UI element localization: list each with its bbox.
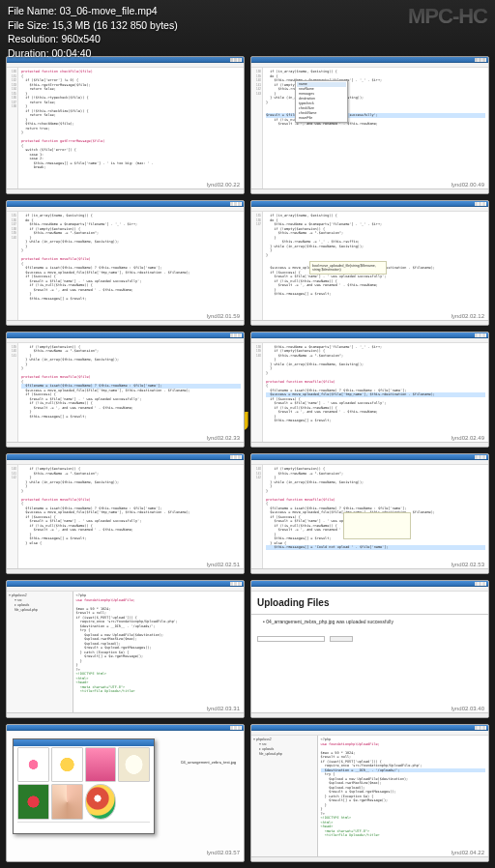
frame-6[interactable]: 138 139 140 $this->newName = $nameparts[… bbox=[250, 332, 489, 448]
provider-watermark: lynd02.03.31 bbox=[206, 706, 241, 711]
window-titlebar bbox=[251, 201, 488, 207]
status-bar bbox=[7, 568, 244, 573]
frame-2[interactable]: 138 139 140 141 142 143 if (in_array($na… bbox=[250, 56, 489, 194]
provider-watermark: lynd02.03.40 bbox=[451, 706, 485, 711]
line-gutter: 130 131 132 133 134 135 136 137 138 bbox=[7, 68, 18, 188]
status-bar bbox=[7, 320, 244, 325]
success-message: 04_arrangement_zebra_php.jpg was uploade… bbox=[251, 615, 488, 626]
window-titlebar bbox=[7, 454, 244, 460]
hint-tooltip bbox=[343, 512, 411, 539]
code-area[interactable]: protected function checkFile($file) { if… bbox=[18, 68, 244, 188]
dialog-titlebar bbox=[14, 739, 154, 746]
image-thumb[interactable] bbox=[17, 784, 49, 819]
status-bar bbox=[7, 442, 244, 447]
file-name-value: 03_06-move_file.mp4 bbox=[60, 5, 158, 16]
provider-watermark: lynd02.01.59 bbox=[206, 313, 241, 319]
status-bar bbox=[251, 442, 488, 447]
tree-file: file_upload.php bbox=[9, 608, 71, 613]
image-thumb[interactable] bbox=[17, 747, 49, 782]
provider-watermark: lynd02.02.33 bbox=[206, 435, 241, 441]
video-info-overlay: File Name: 03_06-move_file.mp4 File Size… bbox=[0, 0, 495, 65]
line-gutter: 139 140 141 bbox=[7, 343, 18, 443]
window-titlebar bbox=[7, 725, 244, 731]
upload-button[interactable] bbox=[330, 636, 353, 642]
dialog-footer bbox=[17, 822, 150, 831]
provider-watermark: lynd02.02.49 bbox=[451, 435, 485, 441]
file-picker-dialog[interactable] bbox=[13, 738, 155, 834]
line-gutter: 138 139 140 bbox=[251, 343, 263, 443]
status-bar bbox=[251, 568, 488, 573]
frame-11[interactable]: 04_arrangement_zebra_test.jpg lynd02.03.… bbox=[6, 724, 245, 862]
code-area[interactable]: <?php use foundationphp\UploadFile; $max… bbox=[318, 736, 488, 856]
status-bar bbox=[251, 320, 488, 325]
status-bar bbox=[251, 856, 488, 861]
status-bar bbox=[251, 712, 488, 717]
line-gutter: 138 139 140 141 142 143 bbox=[251, 68, 263, 188]
window-titlebar bbox=[251, 454, 488, 460]
provider-watermark: lynd02.02.51 bbox=[206, 562, 241, 567]
provider-watermark: lynd02.00.49 bbox=[451, 182, 485, 188]
status-bar bbox=[7, 188, 244, 193]
frame-10[interactable]: Uploading Files 04_arrangement_zebra_php… bbox=[250, 580, 489, 718]
window-titlebar bbox=[7, 201, 244, 207]
image-thumb[interactable] bbox=[118, 747, 150, 782]
code-area[interactable]: if (!empty($extension)) { $this->newName… bbox=[18, 465, 244, 568]
frame-7[interactable]: 140 141 142 if (!empty($extension)) { $t… bbox=[6, 453, 245, 574]
thumbnail-grid: 130 131 132 133 134 135 136 137 138 prot… bbox=[0, 0, 495, 868]
provider-watermark: lynd02.03.57 bbox=[206, 850, 241, 855]
provider-watermark: lynd02.02.12 bbox=[451, 313, 485, 319]
code-area[interactable]: if (in_array($name, $existing)) { do { $… bbox=[18, 212, 244, 320]
window-titlebar bbox=[251, 333, 488, 338]
provider-watermark: lynd02.02.53 bbox=[451, 562, 485, 567]
frame-12[interactable]: phpclass2 src uploads file_upload.php <?… bbox=[250, 724, 489, 862]
window-titlebar bbox=[7, 581, 244, 587]
provider-watermark: lynd02.04.22 bbox=[451, 850, 485, 855]
file-size-value: 15,3 MB (16 132 850 bytes) bbox=[52, 19, 178, 31]
frame-1[interactable]: 130 131 132 133 134 135 136 137 138 prot… bbox=[6, 56, 245, 194]
code-area[interactable]: $this->newName = $nameparts['filename'] … bbox=[263, 343, 488, 443]
status-bar bbox=[7, 712, 244, 717]
frame-3[interactable]: 135 136 137 138 139 140 if (in_array($na… bbox=[6, 200, 245, 326]
code-area[interactable]: <?php use foundationphp\UploadFile; $max… bbox=[73, 592, 244, 712]
provider-watermark: lynd02.00.22 bbox=[206, 182, 241, 188]
filename-field[interactable]: 04_arrangement_zebra_test.jpg bbox=[181, 760, 236, 765]
window-titlebar bbox=[251, 581, 488, 587]
status-bar bbox=[251, 188, 488, 193]
frame-5[interactable]: 139 140 141 if (!empty($extension)) { $t… bbox=[6, 332, 245, 448]
hint-tooltip: bool move_uploaded_file(string $filename… bbox=[309, 261, 387, 275]
line-gutter: 135 136 137 138 139 140 bbox=[7, 212, 18, 320]
line-gutter: 140 141 142 bbox=[251, 465, 263, 568]
page-heading: Uploading Files bbox=[251, 592, 488, 615]
image-thumb[interactable] bbox=[51, 747, 83, 782]
file-chooser[interactable] bbox=[257, 636, 325, 642]
frame-9[interactable]: phpclass2 src uploads file_upload.php <?… bbox=[6, 580, 245, 718]
resolution-value: 960x540 bbox=[61, 33, 100, 44]
autocomplete-popup[interactable]: name newName messages destination typech… bbox=[295, 80, 348, 123]
project-tree[interactable]: phpclass2 src uploads file_upload.php bbox=[251, 736, 318, 856]
project-tree[interactable]: phpclass2 src uploads file_upload.php bbox=[7, 592, 73, 712]
image-thumb[interactable] bbox=[51, 784, 83, 819]
autocomplete-item: moveFile bbox=[297, 116, 346, 121]
window-titlebar bbox=[7, 333, 244, 338]
line-gutter: 135 136 137 bbox=[251, 212, 263, 320]
line-gutter: 140 141 142 bbox=[7, 465, 18, 568]
frame-4[interactable]: 135 136 137 if (in_array($name, $existin… bbox=[250, 200, 489, 326]
image-thumb[interactable] bbox=[85, 747, 117, 782]
image-thumb[interactable] bbox=[85, 784, 117, 819]
frame-8[interactable]: 140 141 142 if (!empty($extension)) { $t… bbox=[250, 453, 489, 574]
tree-file: file_upload.php bbox=[253, 752, 315, 757]
window-titlebar bbox=[251, 725, 488, 731]
duration-value: 00:04:40 bbox=[52, 47, 92, 59]
code-area[interactable]: if (!empty($extension)) { $this->newName… bbox=[18, 343, 244, 443]
